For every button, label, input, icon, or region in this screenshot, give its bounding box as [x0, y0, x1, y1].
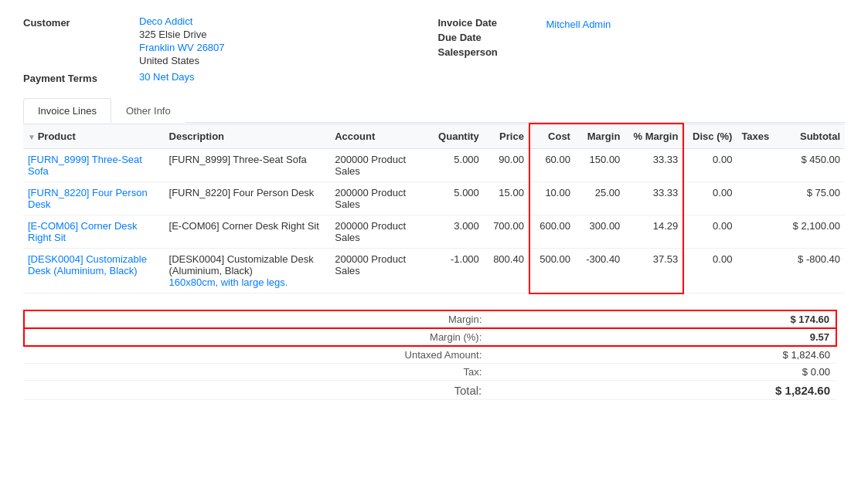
untaxed-label: Untaxed Amount: — [24, 346, 488, 364]
col-header-taxes[interactable]: Taxes — [737, 124, 778, 149]
desc-detail-link-4[interactable]: 160x80cm, with large legs. — [169, 276, 288, 288]
col-header-description[interactable]: Description — [165, 124, 331, 149]
payment-terms-value: 30 Net Days — [139, 71, 438, 84]
customer-address1: 325 Elsie Drive — [139, 29, 438, 40]
header-section: Customer Deco Addict 325 Elsie Drive Fra… — [23, 15, 845, 84]
customer-address2[interactable]: Franklin WV 26807 — [139, 42, 438, 53]
cell-disc-3: 0.00 — [683, 215, 737, 249]
cell-taxes-2 — [737, 182, 778, 215]
cell-price-2: 15.00 — [484, 182, 529, 215]
col-header-quantity[interactable]: Quantity — [430, 124, 484, 149]
cell-margin-3: 300.00 — [575, 215, 625, 249]
cell-taxes-1 — [737, 149, 778, 182]
cell-disc-4: 0.00 — [683, 249, 737, 293]
invoice-labels: Invoice Date Due Date Salesperson — [438, 15, 546, 66]
cell-taxes-4 — [737, 249, 778, 293]
cell-disc-1: 0.00 — [683, 149, 737, 182]
cell-desc-4: [DESK0004] Customizable Desk (Aluminium,… — [165, 249, 331, 293]
total-value: $ 1,824.60 — [488, 380, 836, 399]
cell-qty-1: 5.000 — [430, 149, 484, 182]
col-header-price[interactable]: Price — [484, 124, 529, 149]
margin-label: Margin: — [24, 310, 488, 328]
invoice-lines-table-wrapper: ▼ Product Description Account Quantity P… — [23, 123, 845, 294]
product-link-1[interactable]: [FURN_8999] Three-Seat Sofa — [28, 154, 142, 177]
margin-value: $ 174.60 — [488, 310, 836, 328]
table-row: [DESK0004] Customizable Desk (Aluminium,… — [23, 249, 845, 293]
cell-margin-1: 150.00 — [575, 149, 625, 182]
cell-account-1: 200000 Product Sales — [330, 149, 430, 182]
cell-taxes-3 — [737, 215, 778, 249]
margin-pct-label: Margin (%): — [24, 328, 488, 346]
due-date-label: Due Date — [438, 30, 546, 43]
tabs-bar: Invoice Lines Other Info — [23, 98, 845, 123]
cell-qty-3: 3.000 — [430, 215, 484, 249]
col-header-product[interactable]: ▼ Product — [23, 124, 165, 149]
customer-info: Deco Addict 325 Elsie Drive Franklin WV … — [139, 15, 438, 66]
tax-value: $ 0.00 — [488, 363, 836, 380]
customer-name[interactable]: Deco Addict — [139, 15, 438, 27]
cell-subtotal-4: $ -800.40 — [778, 249, 845, 293]
product-link-3[interactable]: [E-COM06] Corner Desk Right Sit — [28, 220, 138, 243]
cell-subtotal-2: $ 75.00 — [778, 182, 845, 215]
cell-account-3: 200000 Product Sales — [330, 215, 430, 249]
summary-section: Margin: $ 174.60 Margin (%): 9.57 Untaxe… — [23, 310, 845, 400]
cell-price-4: 800.40 — [484, 249, 529, 293]
table-header-row: ▼ Product Description Account Quantity P… — [23, 124, 845, 149]
cell-cost-1: 60.00 — [529, 149, 575, 182]
col-header-margin[interactable]: Margin — [575, 124, 625, 149]
table-row: [FURN_8999] Three-Seat Sofa [FURN_8999] … — [23, 149, 845, 182]
cell-subtotal-1: $ 450.00 — [778, 149, 845, 182]
cell-account-2: 200000 Product Sales — [330, 182, 430, 215]
col-header-disc[interactable]: Disc (%) — [683, 124, 737, 149]
product-link-4[interactable]: [DESK0004] Customizable Desk (Aluminium,… — [28, 253, 147, 276]
cell-cost-4: 500.00 — [529, 249, 575, 293]
col-header-cost[interactable]: Cost — [529, 124, 575, 149]
margin-row: Margin: $ 174.60 — [24, 310, 836, 328]
cell-product-3: [E-COM06] Corner Desk Right Sit — [23, 215, 165, 249]
tab-invoice-lines[interactable]: Invoice Lines — [23, 98, 111, 123]
invoice-lines-table: ▼ Product Description Account Quantity P… — [23, 123, 845, 294]
cell-desc-3: [E-COM06] Corner Desk Right Sit — [165, 215, 331, 249]
untaxed-row: Untaxed Amount: $ 1,824.60 — [24, 346, 836, 364]
tax-label: Tax: — [24, 363, 488, 380]
cell-subtotal-3: $ 2,100.00 — [778, 215, 845, 249]
table-row: [E-COM06] Corner Desk Right Sit [E-COM06… — [23, 215, 845, 249]
tax-row: Tax: $ 0.00 — [24, 363, 836, 380]
tab-other-info[interactable]: Other Info — [111, 98, 186, 123]
sort-indicator: ▼ — [28, 133, 38, 141]
payment-terms-label: Payment Terms — [23, 71, 139, 84]
cell-pct-2: 33.33 — [625, 182, 683, 215]
salesperson-value[interactable]: Mitchell Admin — [546, 19, 846, 30]
payment-terms-link[interactable]: 30 Net Days — [139, 71, 195, 83]
cell-product-1: [FURN_8999] Three-Seat Sofa — [23, 149, 165, 182]
cell-price-1: 90.00 — [484, 149, 529, 182]
col-header-account[interactable]: Account — [330, 124, 430, 149]
cell-product-2: [FURN_8220] Four Person Desk — [23, 182, 165, 215]
total-label: Total: — [24, 380, 488, 399]
cell-pct-1: 33.33 — [625, 149, 683, 182]
cell-desc-1: [FURN_8999] Three-Seat Sofa — [165, 149, 331, 182]
cell-cost-3: 600.00 — [529, 215, 575, 249]
cell-product-4: [DESK0004] Customizable Desk (Aluminium,… — [23, 249, 165, 293]
col-header-subtotal[interactable]: Subtotal — [778, 124, 845, 149]
margin-pct-row: Margin (%): 9.57 — [24, 328, 836, 346]
cell-margin-4: -300.40 — [575, 249, 625, 293]
margin-pct-value: 9.57 — [488, 328, 836, 346]
product-link-2[interactable]: [FURN_8220] Four Person Desk — [28, 187, 148, 210]
untaxed-value: $ 1,824.60 — [488, 346, 836, 364]
cell-qty-4: -1.000 — [430, 249, 484, 293]
col-header-pct-margin[interactable]: % Margin — [625, 124, 683, 149]
cell-cost-2: 10.00 — [529, 182, 575, 215]
cell-qty-2: 5.000 — [430, 182, 484, 215]
total-row: Total: $ 1,824.60 — [24, 380, 836, 399]
invoice-date-label: Invoice Date — [438, 15, 546, 29]
cell-price-3: 700.00 — [484, 215, 529, 249]
cell-disc-2: 0.00 — [683, 182, 737, 215]
cell-margin-2: 25.00 — [575, 182, 625, 215]
customer-label: Customer — [23, 15, 139, 66]
invoice-values: Mitchell Admin — [546, 15, 846, 66]
table-row: [FURN_8220] Four Person Desk [FURN_8220]… — [23, 182, 845, 215]
salesperson-label: Salesperson — [438, 45, 546, 58]
summary-table: Margin: $ 174.60 Margin (%): 9.57 Untaxe… — [23, 310, 837, 400]
customer-address3: United States — [139, 55, 438, 66]
